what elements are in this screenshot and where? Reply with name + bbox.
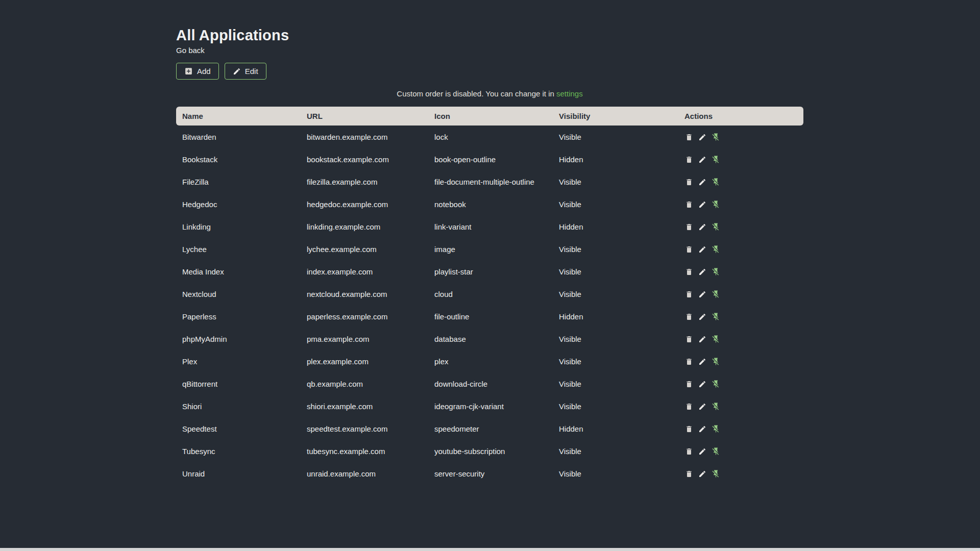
pin-off-icon[interactable] bbox=[711, 178, 720, 187]
app-icon-name: ideogram-cjk-variant bbox=[428, 395, 553, 417]
app-url: speedtest.example.com bbox=[301, 417, 428, 440]
header-actions: Actions bbox=[678, 107, 803, 126]
app-url: tubesync.example.com bbox=[301, 440, 428, 462]
table-row: Hedgedoc hedgedoc.example.com notebook V… bbox=[176, 193, 803, 215]
app-visibility: Visible bbox=[553, 170, 678, 193]
app-visibility: Visible bbox=[553, 372, 678, 395]
delete-icon[interactable] bbox=[684, 312, 694, 321]
pin-off-icon[interactable] bbox=[711, 380, 720, 389]
edit-icon[interactable] bbox=[698, 155, 707, 164]
app-icon-name: database bbox=[428, 328, 553, 350]
delete-icon[interactable] bbox=[684, 290, 694, 299]
app-icon-name: notebook bbox=[428, 193, 553, 215]
settings-link[interactable]: settings bbox=[556, 89, 583, 98]
app-name: Bitwarden bbox=[176, 126, 301, 148]
pin-off-icon[interactable] bbox=[711, 133, 720, 142]
delete-icon[interactable] bbox=[684, 133, 694, 142]
delete-icon[interactable] bbox=[684, 424, 694, 434]
table-row: Lychee lychee.example.com image Visible bbox=[176, 238, 803, 260]
app-name: Speedtest bbox=[176, 417, 301, 440]
edit-icon[interactable] bbox=[698, 447, 707, 456]
app-url: shiori.example.com bbox=[301, 395, 428, 417]
pin-off-icon[interactable] bbox=[711, 200, 720, 209]
pin-off-icon[interactable] bbox=[711, 469, 720, 479]
app-name: Nextcloud bbox=[176, 283, 301, 305]
pin-off-icon[interactable] bbox=[711, 335, 720, 344]
pin-off-icon[interactable] bbox=[711, 222, 720, 232]
table-body: Bitwarden bitwarden.example.com lock Vis… bbox=[176, 126, 803, 485]
notice-text: Custom order is disabled. You can change… bbox=[397, 89, 556, 98]
app-url: pma.example.com bbox=[301, 328, 428, 350]
edit-icon[interactable] bbox=[698, 469, 707, 479]
app-visibility: Visible bbox=[553, 283, 678, 305]
table-row: Plex plex.example.com plex Visible bbox=[176, 350, 803, 372]
app-icon-name: file-outline bbox=[428, 305, 553, 328]
delete-icon[interactable] bbox=[684, 178, 694, 187]
app-actions bbox=[678, 440, 803, 462]
app-url: bookstack.example.com bbox=[301, 148, 428, 170]
app-visibility: Visible bbox=[553, 260, 678, 283]
app-name: Tubesync bbox=[176, 440, 301, 462]
app-url: filezilla.example.com bbox=[301, 170, 428, 193]
delete-icon[interactable] bbox=[684, 222, 694, 232]
app-actions bbox=[678, 328, 803, 350]
table-row: Unraid unraid.example.com server-securit… bbox=[176, 462, 803, 485]
app-name: phpMyAdmin bbox=[176, 328, 301, 350]
app-url: paperless.example.com bbox=[301, 305, 428, 328]
app-url: unraid.example.com bbox=[301, 462, 428, 485]
delete-icon[interactable] bbox=[684, 155, 694, 164]
edit-icon[interactable] bbox=[698, 335, 707, 344]
add-button[interactable]: Add bbox=[176, 63, 219, 80]
pin-off-icon[interactable] bbox=[711, 447, 720, 456]
delete-icon[interactable] bbox=[684, 447, 694, 456]
delete-icon[interactable] bbox=[684, 267, 694, 277]
pin-off-icon[interactable] bbox=[711, 312, 720, 321]
header-icon: Icon bbox=[428, 107, 553, 126]
edit-icon[interactable] bbox=[698, 424, 707, 434]
app-url: lychee.example.com bbox=[301, 238, 428, 260]
app-actions bbox=[678, 238, 803, 260]
table-row: Tubesync tubesync.example.com youtube-su… bbox=[176, 440, 803, 462]
edit-button[interactable]: Edit bbox=[225, 63, 266, 80]
edit-icon[interactable] bbox=[698, 312, 707, 321]
pin-off-icon[interactable] bbox=[711, 357, 720, 366]
page-title: All Applications bbox=[176, 27, 803, 44]
app-icon-name: plex bbox=[428, 350, 553, 372]
pin-off-icon[interactable] bbox=[711, 155, 720, 164]
edit-icon[interactable] bbox=[698, 380, 707, 389]
pin-off-icon[interactable] bbox=[711, 402, 720, 411]
edit-button-label: Edit bbox=[245, 67, 258, 76]
edit-icon[interactable] bbox=[698, 222, 707, 232]
delete-icon[interactable] bbox=[684, 200, 694, 209]
edit-icon[interactable] bbox=[698, 402, 707, 411]
edit-icon[interactable] bbox=[698, 267, 707, 277]
toolbar: Add Edit bbox=[176, 63, 803, 80]
header-url: URL bbox=[301, 107, 428, 126]
app-actions bbox=[678, 462, 803, 485]
delete-icon[interactable] bbox=[684, 335, 694, 344]
pin-off-icon[interactable] bbox=[711, 424, 720, 434]
app-visibility: Hidden bbox=[553, 148, 678, 170]
edit-icon[interactable] bbox=[698, 178, 707, 187]
app-icon-name: lock bbox=[428, 126, 553, 148]
pin-off-icon[interactable] bbox=[711, 267, 720, 277]
app-icon-name: playlist-star bbox=[428, 260, 553, 283]
go-back-link[interactable]: Go back bbox=[176, 46, 205, 55]
delete-icon[interactable] bbox=[684, 357, 694, 366]
pin-off-icon[interactable] bbox=[711, 290, 720, 299]
delete-icon[interactable] bbox=[684, 245, 694, 254]
app-actions bbox=[678, 193, 803, 215]
edit-icon[interactable] bbox=[698, 133, 707, 142]
edit-icon[interactable] bbox=[698, 245, 707, 254]
app-icon-name: image bbox=[428, 238, 553, 260]
delete-icon[interactable] bbox=[684, 380, 694, 389]
pin-off-icon[interactable] bbox=[711, 245, 720, 254]
edit-icon[interactable] bbox=[698, 357, 707, 366]
delete-icon[interactable] bbox=[684, 469, 694, 479]
app-url: nextcloud.example.com bbox=[301, 283, 428, 305]
edit-icon[interactable] bbox=[698, 290, 707, 299]
app-actions bbox=[678, 395, 803, 417]
app-name: FileZilla bbox=[176, 170, 301, 193]
edit-icon[interactable] bbox=[698, 200, 707, 209]
delete-icon[interactable] bbox=[684, 402, 694, 411]
